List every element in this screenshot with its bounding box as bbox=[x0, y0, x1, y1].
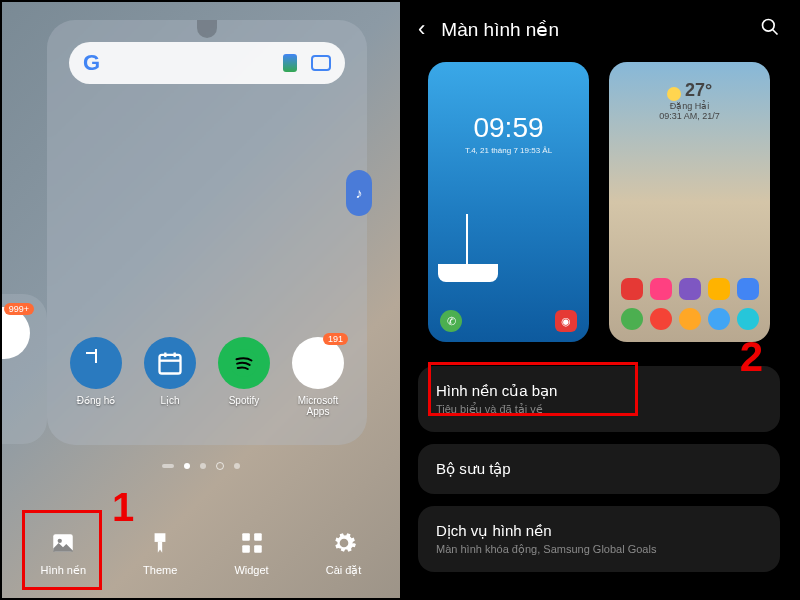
svg-rect-9 bbox=[242, 545, 250, 553]
camera-shortcut-icon: ◉ bbox=[555, 310, 577, 332]
spotify-icon bbox=[218, 337, 270, 389]
app-label: Đồng hồ bbox=[77, 395, 116, 406]
app-spotify[interactable]: Spotify bbox=[214, 337, 274, 417]
brush-icon bbox=[147, 530, 173, 556]
app-label: Microsoft Apps bbox=[288, 395, 348, 417]
svg-rect-7 bbox=[242, 533, 250, 541]
bb-label: Widget bbox=[234, 564, 268, 576]
search-icon[interactable] bbox=[760, 17, 780, 42]
wallpaper-previews: 09:59 T.4, 21 tháng 7 19:53 ÂL ✆ ◉ 27° Đ… bbox=[400, 52, 798, 366]
lock-date: T.4, 21 tháng 7 19:53 ÂL bbox=[428, 146, 589, 155]
page-indicator[interactable] bbox=[162, 462, 240, 470]
right-panel-wallpaper-settings: ‹ Màn hình nền 09:59 T.4, 21 tháng 7 19:… bbox=[400, 2, 798, 598]
annotation-box-1 bbox=[22, 510, 102, 590]
svg-line-12 bbox=[773, 29, 778, 34]
list-item-your-wallpapers[interactable]: Hình nền của bạn Tiêu biểu và đã tải về bbox=[418, 366, 780, 432]
app-calendar[interactable]: Lịch bbox=[140, 337, 200, 417]
home-icons bbox=[609, 270, 770, 330]
list-item-title: Bộ sưu tập bbox=[436, 460, 762, 478]
app-label: Spotify bbox=[229, 395, 260, 406]
phone-shortcut-icon: ✆ bbox=[440, 310, 462, 332]
weather-widget: 27° Đặng Hải 09:31 AM, 21/7 bbox=[609, 80, 770, 121]
lock-time: 09:59 bbox=[428, 112, 589, 144]
homescreen-preview[interactable]: 27° Đặng Hải 09:31 AM, 21/7 bbox=[609, 62, 770, 342]
list-item-gallery[interactable]: Bộ sưu tập bbox=[418, 444, 780, 494]
edge-app-icon[interactable]: 999+ bbox=[0, 307, 34, 359]
lockscreen-preview[interactable]: 09:59 T.4, 21 tháng 7 19:53 ÂL ✆ ◉ bbox=[428, 62, 589, 342]
settings-header: ‹ Màn hình nền bbox=[400, 2, 798, 52]
google-search-widget[interactable]: G bbox=[69, 42, 345, 84]
annotation-box-2 bbox=[428, 362, 638, 416]
notch bbox=[197, 20, 217, 38]
settings-button[interactable]: Cài đặt bbox=[326, 530, 362, 577]
mic-icon[interactable] bbox=[283, 54, 297, 72]
google-logo-icon: G bbox=[83, 50, 100, 76]
calendar-icon bbox=[144, 337, 196, 389]
home-screen-preview[interactable]: G ♪ Đồng hồ Lịch Spotify bbox=[47, 20, 367, 445]
clock-icon bbox=[70, 337, 122, 389]
camera-lens-icon[interactable] bbox=[311, 55, 331, 71]
wallpaper-options-list: Hình nền của bạn Tiêu biểu và đã tải về … bbox=[400, 366, 798, 572]
app-dock: Đồng hồ Lịch Spotify 191 Microsoft Ap bbox=[47, 337, 367, 417]
app-label: Lịch bbox=[160, 395, 179, 406]
list-item-title: Dịch vụ hình nền bbox=[436, 522, 762, 540]
app-microsoft[interactable]: 191 Microsoft Apps bbox=[288, 337, 348, 417]
page-title: Màn hình nền bbox=[441, 18, 744, 41]
bb-label: Theme bbox=[143, 564, 177, 576]
badge: 999+ bbox=[4, 303, 34, 315]
widget-icon bbox=[239, 530, 265, 556]
annotation-number-2: 2 bbox=[740, 333, 763, 381]
badge: 191 bbox=[323, 333, 348, 345]
back-icon[interactable]: ‹ bbox=[418, 16, 425, 42]
edge-panel-handle[interactable]: ♪ bbox=[346, 170, 372, 216]
left-panel-home-editor: G ♪ Đồng hồ Lịch Spotify bbox=[2, 2, 400, 598]
theme-button[interactable]: Theme bbox=[143, 530, 177, 576]
svg-rect-0 bbox=[160, 355, 181, 374]
boat-graphic bbox=[428, 202, 509, 282]
bb-label: Cài đặt bbox=[326, 564, 362, 577]
svg-rect-10 bbox=[254, 545, 262, 553]
microsoft-icon: 191 bbox=[292, 337, 344, 389]
app-icon: 999+ bbox=[0, 307, 30, 359]
list-item-wallpaper-services[interactable]: Dịch vụ hình nền Màn hình khóa động, Sam… bbox=[418, 506, 780, 572]
lock-clock: 09:59 T.4, 21 tháng 7 19:53 ÂL bbox=[428, 112, 589, 155]
svg-point-11 bbox=[763, 19, 775, 31]
svg-rect-8 bbox=[254, 533, 262, 541]
annotation-number-1: 1 bbox=[112, 485, 134, 530]
sun-icon bbox=[667, 87, 681, 101]
gear-icon bbox=[331, 530, 357, 556]
list-item-sub: Màn hình khóa động, Samsung Global Goals bbox=[436, 543, 762, 556]
widget-button[interactable]: Widget bbox=[234, 530, 268, 576]
app-clock[interactable]: Đồng hồ bbox=[66, 337, 126, 417]
